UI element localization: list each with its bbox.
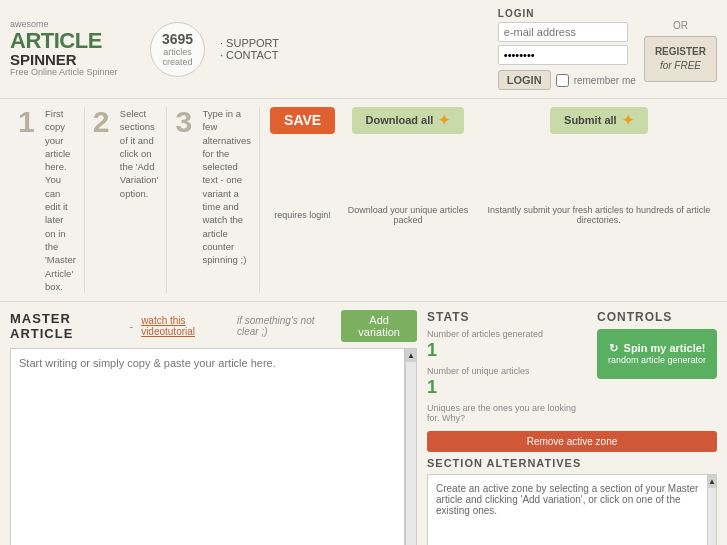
master-label: MASTER ARTICLE <box>10 311 121 341</box>
register-label: REGISTER <box>655 46 706 57</box>
remember-checkbox[interactable] <box>556 74 569 87</box>
left-panel: MASTER ARTICLE - watch this videotutoria… <box>10 310 417 545</box>
section-scroll-track <box>708 488 716 545</box>
unique-articles-label: Number of unique articles <box>427 366 587 376</box>
stats-box: STATS Number of articles generated 1 Num… <box>427 310 587 423</box>
login-label: LOGIN <box>498 8 636 19</box>
login-row: LOGIN remember me <box>498 70 636 90</box>
step-2-number: 2 <box>93 107 115 137</box>
login-box: LOGIN LOGIN remember me <box>498 8 636 90</box>
nav-links: · SUPPORT · CONTACT <box>220 37 279 61</box>
stats-controls-row: STATS Number of articles generated 1 Num… <box>427 310 717 423</box>
articles-generated-label: Number of articles generated <box>427 329 587 339</box>
article-textarea[interactable] <box>10 348 405 545</box>
support-link[interactable]: · SUPPORT <box>220 37 279 49</box>
controls-box: CONTROLS ↻ Spin my article! random artic… <box>597 310 717 423</box>
download-button[interactable]: Download all ✦ <box>352 107 465 134</box>
section-scroll-up[interactable]: ▲ <box>708 475 716 488</box>
spin-sublabel: random article generator <box>605 355 709 367</box>
submit-label: Submit all <box>564 114 617 127</box>
step-1-text: First copy your article here. You can ed… <box>45 107 76 293</box>
submit-group: Submit all ✦ Instantly submit your fresh… <box>481 107 717 293</box>
step-3: 3 Type in a few alternatives for the sel… <box>167 107 260 293</box>
videotutorial-link[interactable]: watch this videotutorial <box>141 315 229 337</box>
spin-label: Spin my article! <box>624 342 706 354</box>
spin-button[interactable]: ↻ Spin my article! random article genera… <box>597 329 717 379</box>
password-field[interactable] <box>498 45 628 65</box>
master-unclear: if something's not clear ;) <box>237 315 333 337</box>
section-alternatives-area: Remove active zone SECTION ALTERNATIVES … <box>427 431 717 545</box>
action-buttons-group: SAVE requires login! Download all ✦ Down… <box>260 107 717 293</box>
submit-star-icon: ✦ <box>622 112 634 129</box>
scroll-track <box>406 362 416 545</box>
section-alt-box: Create an active zone by selecting a sec… <box>427 474 708 545</box>
step-1: 1 First copy your article here. You can … <box>10 107 85 293</box>
logo-title: ARTICLE <box>10 30 140 52</box>
badge-line2: created <box>162 57 192 67</box>
stats-title: STATS <box>427 310 587 324</box>
login-area: LOGIN LOGIN remember me OR REGISTER for … <box>498 8 717 90</box>
save-desc: requires login! <box>274 137 331 293</box>
download-star-icon: ✦ <box>438 112 450 129</box>
articles-generated-value: 1 <box>427 340 587 361</box>
register-button[interactable]: REGISTER for FREE <box>644 36 717 82</box>
remember-label: remember me <box>574 75 636 86</box>
save-group: SAVE requires login! <box>270 107 335 293</box>
scroll-up-btn[interactable]: ▲ <box>406 349 416 362</box>
step-1-number: 1 <box>18 107 40 137</box>
contact-link[interactable]: · CONTACT <box>220 49 279 61</box>
badge-line1: articles <box>163 47 192 57</box>
unique-articles-value: 1 <box>427 377 587 398</box>
logo-area: awesome ARTICLE SPINNER Free Online Arti… <box>10 20 140 78</box>
master-dash: - <box>129 320 133 332</box>
remove-active-zone-button[interactable]: Remove active zone <box>427 431 717 452</box>
section-alt-wrapper: Create an active zone by selecting a sec… <box>427 474 717 545</box>
step-2-text: Select sections of it and click on the '… <box>120 107 159 200</box>
or-text: OR <box>673 20 688 31</box>
article-scrollbar[interactable]: ▲ ▼ <box>405 348 417 545</box>
login-button[interactable]: LOGIN <box>498 70 551 90</box>
submit-button[interactable]: Submit all ✦ <box>550 107 648 134</box>
section-alt-title: SECTION ALTERNATIVES <box>427 457 717 469</box>
step-3-number: 3 <box>175 107 197 137</box>
save-button[interactable]: SAVE <box>270 107 335 134</box>
section-alt-placeholder: Create an active zone by selecting a sec… <box>436 483 698 516</box>
download-label: Download all <box>366 114 434 127</box>
unique-note: Uniques are the ones you are looking for… <box>427 403 587 423</box>
register-free-label: for FREE <box>660 60 701 71</box>
add-variation-button[interactable]: Add variation <box>341 310 417 342</box>
textarea-wrapper: ▲ ▼ <box>10 348 417 545</box>
submit-desc: Instantly submit your fresh articles to … <box>481 137 717 293</box>
master-title-bar: MASTER ARTICLE - watch this videotutoria… <box>10 310 417 342</box>
right-panel: STATS Number of articles generated 1 Num… <box>427 310 717 545</box>
badge-area: 3695 articles created <box>150 22 205 77</box>
spin-icon: ↻ <box>609 341 618 355</box>
download-desc: Download your unique articles packed <box>341 137 475 293</box>
logo-spinner: SPINNER <box>10 52 140 69</box>
step-bar: 1 First copy your article here. You can … <box>0 99 727 302</box>
step-2: 2 Select sections of it and click on the… <box>85 107 168 293</box>
section-alt-scrollbar[interactable]: ▲ ▼ <box>708 474 717 545</box>
email-field[interactable] <box>498 22 628 42</box>
controls-title: CONTROLS <box>597 310 717 324</box>
badge-count: 3695 <box>162 31 193 47</box>
download-group: Download all ✦ Download your unique arti… <box>341 107 475 293</box>
step-3-text: Type in a few alternatives for the selec… <box>202 107 251 267</box>
header: awesome ARTICLE SPINNER Free Online Arti… <box>0 0 727 99</box>
logo-subtitle: Free Online Article Spinner <box>10 68 140 78</box>
main-content: MASTER ARTICLE - watch this videotutoria… <box>0 302 727 545</box>
